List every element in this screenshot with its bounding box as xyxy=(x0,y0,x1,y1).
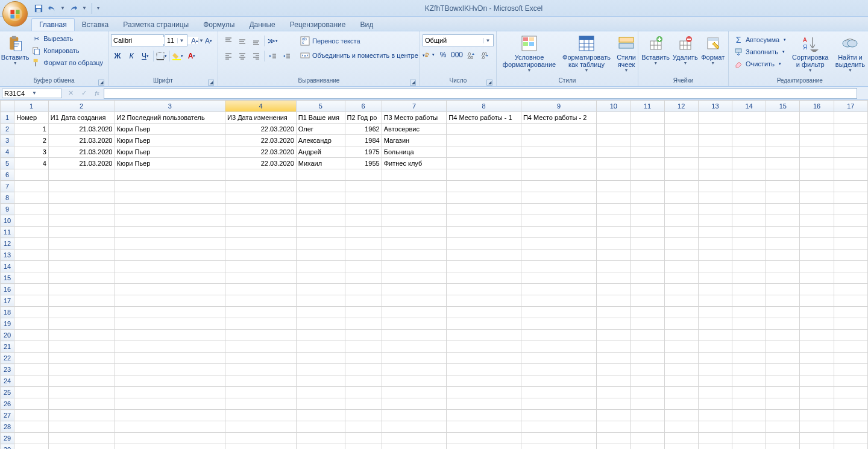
cell[interactable] xyxy=(225,238,297,250)
cell[interactable] xyxy=(664,181,698,192)
cell[interactable] xyxy=(521,410,596,421)
cell[interactable] xyxy=(48,410,115,421)
insert-cells-button[interactable]: Вставить▼ xyxy=(641,33,670,77)
cell[interactable] xyxy=(345,353,382,364)
cell[interactable] xyxy=(597,112,631,124)
fill-color-button[interactable]: ▾ xyxy=(171,49,184,63)
cell[interactable] xyxy=(698,341,732,353)
font-dialog-launcher[interactable]: ◢ xyxy=(208,80,214,86)
cell[interactable] xyxy=(345,250,382,261)
cell[interactable] xyxy=(521,181,596,192)
cell[interactable] xyxy=(732,410,766,421)
cell[interactable] xyxy=(732,330,766,341)
cell[interactable] xyxy=(664,169,698,181)
cut-button[interactable]: ✂Вырезать xyxy=(30,33,104,44)
cell[interactable] xyxy=(732,375,766,387)
cell[interactable] xyxy=(766,444,800,450)
cell[interactable] xyxy=(521,433,596,444)
cell[interactable] xyxy=(521,261,596,272)
cell[interactable] xyxy=(447,272,521,284)
cell[interactable] xyxy=(521,295,596,307)
cell[interactable] xyxy=(631,284,664,295)
cell[interactable] xyxy=(664,410,698,421)
cell[interactable] xyxy=(631,135,664,146)
cell[interactable] xyxy=(834,387,867,398)
cell[interactable] xyxy=(447,169,521,181)
cell[interactable] xyxy=(382,353,447,364)
cell[interactable] xyxy=(766,295,800,307)
cell[interactable] xyxy=(225,375,297,387)
cell[interactable]: Андрей xyxy=(296,146,345,158)
cell[interactable] xyxy=(115,204,225,215)
cell[interactable] xyxy=(732,353,766,364)
cell[interactable] xyxy=(698,421,732,433)
cell[interactable] xyxy=(597,444,631,450)
cell[interactable] xyxy=(597,295,631,307)
cell[interactable] xyxy=(521,272,596,284)
font-size-combo[interactable]: ▼ xyxy=(165,34,187,46)
cell[interactable] xyxy=(447,204,521,215)
cell[interactable] xyxy=(225,341,297,353)
cell[interactable] xyxy=(631,227,664,238)
cell[interactable] xyxy=(14,227,49,238)
cell[interactable]: Кюри Пьер xyxy=(115,146,225,158)
redo-dropdown[interactable]: ▼ xyxy=(82,5,87,11)
column-header[interactable]: 17 xyxy=(834,101,867,112)
cell[interactable]: Автосервис xyxy=(382,124,447,135)
row-header[interactable]: 17 xyxy=(1,295,14,307)
cell[interactable] xyxy=(115,318,225,330)
cell[interactable] xyxy=(345,318,382,330)
cell[interactable] xyxy=(521,135,596,146)
row-header[interactable]: 7 xyxy=(1,181,14,192)
column-header[interactable]: 11 xyxy=(631,101,664,112)
cell[interactable] xyxy=(834,307,867,318)
cell[interactable] xyxy=(732,318,766,330)
cell[interactable] xyxy=(631,398,664,410)
cell[interactable] xyxy=(14,353,49,364)
cell[interactable] xyxy=(800,330,834,341)
cell[interactable] xyxy=(834,238,867,250)
row-header[interactable]: 20 xyxy=(1,330,14,341)
undo-dropdown[interactable]: ▼ xyxy=(60,5,65,11)
cell[interactable] xyxy=(631,295,664,307)
number-dialog-launcher[interactable]: ◢ xyxy=(486,80,492,86)
cell[interactable] xyxy=(800,387,834,398)
cell[interactable] xyxy=(48,398,115,410)
cell[interactable] xyxy=(296,353,345,364)
cell[interactable]: 1975 xyxy=(345,146,382,158)
cell[interactable] xyxy=(345,364,382,375)
cell[interactable] xyxy=(521,215,596,227)
cell[interactable]: Кюри Пьер xyxy=(115,135,225,146)
cell[interactable] xyxy=(800,261,834,272)
cell[interactable] xyxy=(631,353,664,364)
alignment-dialog-launcher[interactable]: ◢ xyxy=(410,80,416,86)
formula-cancel-button[interactable]: ✕ xyxy=(64,88,77,99)
cell[interactable] xyxy=(115,330,225,341)
cell[interactable] xyxy=(631,250,664,261)
cell[interactable] xyxy=(597,272,631,284)
cell[interactable] xyxy=(631,181,664,192)
row-header[interactable]: 12 xyxy=(1,238,14,250)
cell[interactable] xyxy=(521,341,596,353)
cell[interactable] xyxy=(447,364,521,375)
cell[interactable] xyxy=(800,204,834,215)
cell[interactable]: И3 Дата изменения xyxy=(225,112,297,124)
cell[interactable] xyxy=(664,158,698,169)
cell[interactable] xyxy=(800,272,834,284)
cell[interactable] xyxy=(834,421,867,433)
cell[interactable] xyxy=(345,227,382,238)
cell[interactable] xyxy=(631,261,664,272)
cell[interactable] xyxy=(834,410,867,421)
cell[interactable] xyxy=(382,238,447,250)
cell[interactable] xyxy=(296,272,345,284)
cell[interactable] xyxy=(115,169,225,181)
cell[interactable] xyxy=(800,421,834,433)
cell[interactable]: Больница xyxy=(382,146,447,158)
cell[interactable] xyxy=(345,330,382,341)
cell[interactable] xyxy=(115,353,225,364)
row-header[interactable]: 25 xyxy=(1,387,14,398)
cell[interactable] xyxy=(664,444,698,450)
redo-icon[interactable] xyxy=(69,4,78,13)
cell[interactable] xyxy=(800,169,834,181)
column-header[interactable]: 3 xyxy=(115,101,225,112)
